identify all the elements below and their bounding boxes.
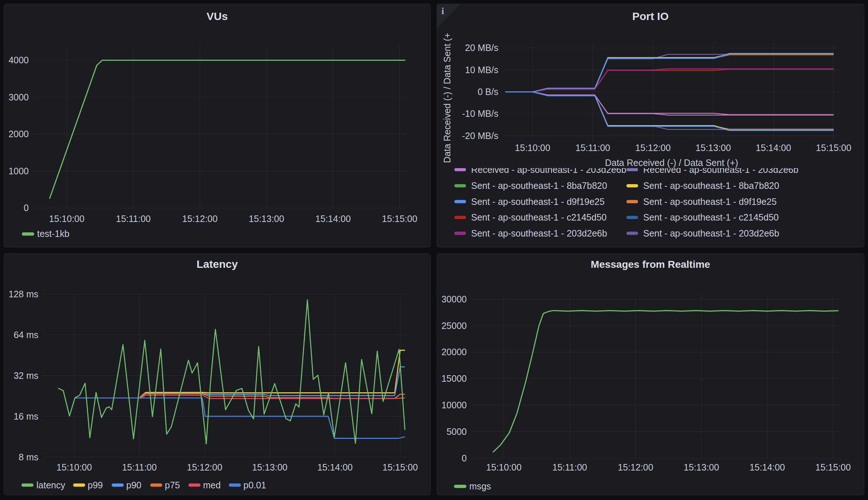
svg-text:15:14:00: 15:14:00 <box>317 462 353 472</box>
svg-text:10 MB/s: 10 MB/s <box>465 65 498 75</box>
svg-text:latency: latency <box>36 480 65 490</box>
svg-text:p99: p99 <box>88 480 103 490</box>
svg-text:15:10:00: 15:10:00 <box>56 462 92 472</box>
svg-text:15:13:00: 15:13:00 <box>696 143 731 153</box>
svg-text:15:14:00: 15:14:00 <box>756 143 791 153</box>
svg-text:med: med <box>203 480 221 490</box>
svg-text:4000: 4000 <box>8 55 29 65</box>
svg-text:Sent - ap-southeast-1 - c2145d: Sent - ap-southeast-1 - c2145d50 <box>643 212 779 222</box>
svg-text:Messages from Realtime: Messages from Realtime <box>591 259 710 270</box>
svg-text:15:12:00: 15:12:00 <box>182 214 218 224</box>
svg-text:20000: 20000 <box>441 347 467 357</box>
svg-text:p0.01: p0.01 <box>243 480 266 490</box>
svg-text:15:11:00: 15:11:00 <box>116 214 151 224</box>
svg-text:3000: 3000 <box>8 92 29 102</box>
svg-text:15:11:00: 15:11:00 <box>576 143 610 153</box>
svg-text:Data Received (-) / Data Sent: Data Received (-) / Data Sent (+) <box>605 158 738 168</box>
svg-text:Sent - ap-southeast-1 - 8ba7b8: Sent - ap-southeast-1 - 8ba7b820 <box>471 180 607 191</box>
svg-text:64 ms: 64 ms <box>13 330 38 340</box>
svg-text:0: 0 <box>24 203 29 213</box>
svg-text:15:15:00: 15:15:00 <box>382 214 417 224</box>
svg-text:15:13:00: 15:13:00 <box>252 462 287 472</box>
svg-text:Sent - ap-southeast-1 - 203d2e: Sent - ap-southeast-1 - 203d2e6b <box>471 228 607 238</box>
svg-text:15:15:00: 15:15:00 <box>382 462 418 472</box>
svg-text:5000: 5000 <box>446 426 467 437</box>
svg-text:1000: 1000 <box>8 166 29 176</box>
svg-text:Sent - ap-southeast-1 - d9f19e: Sent - ap-southeast-1 - d9f19e25 <box>643 197 777 207</box>
svg-text:15:10:00: 15:10:00 <box>49 214 84 224</box>
svg-text:Sent - ap-southeast-1 - 203d2e: Sent - ap-southeast-1 - 203d2e6b <box>643 228 779 238</box>
svg-text:msgs: msgs <box>469 481 491 491</box>
svg-text:Sent - ap-southeast-1 - c2145d: Sent - ap-southeast-1 - c2145d50 <box>471 212 606 222</box>
svg-text:15:10:00: 15:10:00 <box>515 143 550 153</box>
svg-text:0 B/s: 0 B/s <box>478 87 498 97</box>
svg-text:16 ms: 16 ms <box>13 411 38 421</box>
svg-text:15:15:00: 15:15:00 <box>816 143 851 153</box>
svg-text:10000: 10000 <box>441 400 467 410</box>
svg-text:30000: 30000 <box>441 294 467 304</box>
svg-text:15000: 15000 <box>441 373 467 384</box>
svg-text:15:13:00: 15:13:00 <box>249 214 284 224</box>
svg-text:25000: 25000 <box>441 321 467 331</box>
svg-text:15:15:00: 15:15:00 <box>815 462 851 472</box>
svg-text:-10 MB/s: -10 MB/s <box>462 108 498 119</box>
svg-text:2000: 2000 <box>8 129 29 139</box>
svg-text:p90: p90 <box>126 480 142 490</box>
svg-text:15:12:00: 15:12:00 <box>635 143 670 153</box>
svg-text:Latency: Latency <box>196 258 238 270</box>
svg-text:15:13:00: 15:13:00 <box>684 462 719 472</box>
svg-text:Sent - ap-southeast-1 - 8ba7b8: Sent - ap-southeast-1 - 8ba7b820 <box>643 180 779 191</box>
svg-text:Port IO: Port IO <box>632 10 669 22</box>
svg-text:32 ms: 32 ms <box>13 370 38 381</box>
svg-text:128 ms: 128 ms <box>9 289 39 299</box>
svg-text:15:10:00: 15:10:00 <box>486 462 521 472</box>
svg-text:test-1kb: test-1kb <box>37 229 69 239</box>
svg-text:15:12:00: 15:12:00 <box>187 462 222 472</box>
svg-text:Sent - ap-southeast-1 - d9f19e: Sent - ap-southeast-1 - d9f19e25 <box>471 197 605 207</box>
svg-text:15:11:00: 15:11:00 <box>552 462 587 472</box>
svg-text:-20 MB/s: -20 MB/s <box>462 131 498 141</box>
svg-text:15:14:00: 15:14:00 <box>749 462 785 472</box>
svg-text:20 MB/s: 20 MB/s <box>465 43 498 53</box>
svg-text:VUs: VUs <box>207 10 228 22</box>
svg-text:0: 0 <box>462 453 467 463</box>
svg-text:15:12:00: 15:12:00 <box>618 462 653 472</box>
svg-text:p75: p75 <box>165 480 180 490</box>
svg-text:15:14:00: 15:14:00 <box>315 214 351 224</box>
svg-text:i: i <box>441 6 444 16</box>
svg-text:15:11:00: 15:11:00 <box>122 462 156 472</box>
svg-text:Data Received (-) / Data Sent: Data Received (-) / Data Sent (+ <box>442 33 452 163</box>
svg-text:8 ms: 8 ms <box>19 452 38 462</box>
